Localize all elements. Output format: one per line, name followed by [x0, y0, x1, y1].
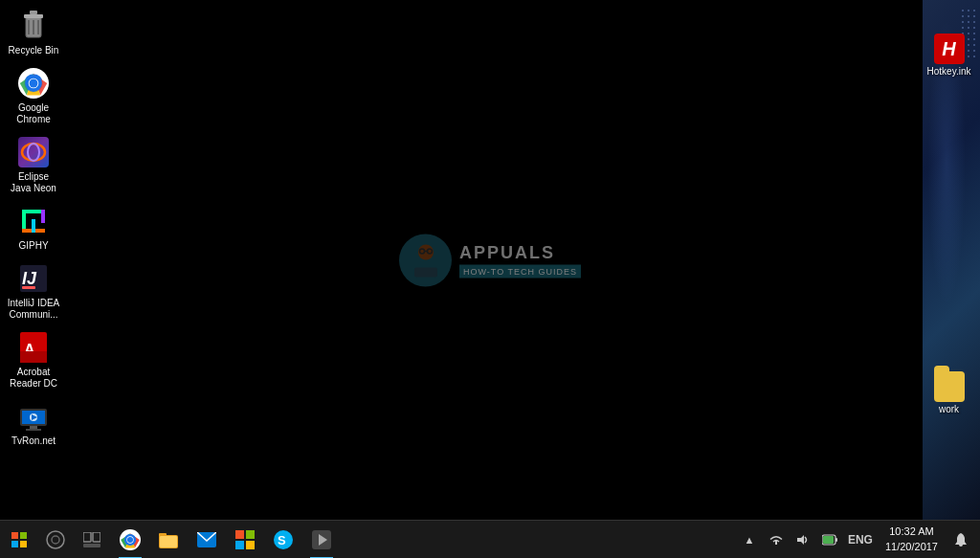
svg-rect-65	[823, 536, 834, 544]
desktop: H Hotkey.ink work Recycle Bin	[0, 0, 980, 520]
hotkey-ink-label: Hotkey.ink	[927, 66, 971, 78]
svg-text:S: S	[278, 533, 286, 547]
taskbar-icon-store[interactable]	[226, 521, 264, 559]
svg-rect-37	[11, 532, 18, 539]
clock-time: 10:32 AM	[889, 525, 933, 539]
taskbar-icon-gyroflow[interactable]	[302, 521, 341, 559]
desktop-icon-eclipse-java[interactable]: Eclipse Java Neon	[3, 131, 64, 198]
desktop-icon-intellij-idea[interactable]: IJ IntelliJ IDEA Communi...	[3, 257, 64, 324]
giphy-label: GIPHY	[18, 240, 48, 252]
svg-rect-56	[235, 541, 244, 549]
svg-rect-16	[41, 210, 45, 223]
start-button[interactable]	[0, 521, 38, 559]
svg-point-12	[28, 144, 39, 161]
svg-point-42	[52, 536, 59, 544]
google-chrome-label: Google Chrome	[7, 102, 60, 125]
google-chrome-icon	[16, 66, 51, 100]
task-view-button[interactable]	[73, 521, 111, 559]
svg-rect-57	[246, 541, 255, 549]
tray-battery-icon[interactable]	[816, 521, 843, 559]
svg-rect-18	[32, 219, 35, 233]
recycle-bin-icon	[16, 9, 51, 43]
svg-rect-1	[24, 14, 43, 18]
desktop-icon-acrobat[interactable]: A Acrobat Reader DC	[3, 326, 64, 393]
acrobat-icon: A	[16, 330, 51, 365]
svg-rect-54	[235, 530, 244, 539]
appuals-watermark: APPUALS HOW-TO TECH GUIDES	[399, 234, 581, 286]
acrobat-label: Acrobat Reader DC	[7, 367, 60, 390]
svg-rect-38	[20, 532, 27, 539]
eclipse-java-label: Eclipse Java Neon	[7, 171, 60, 194]
taskbar-icon-chrome[interactable]	[111, 521, 149, 559]
language-label: ENG	[848, 533, 873, 547]
watermark-icon	[399, 234, 452, 286]
tray-network-icon[interactable]	[763, 521, 790, 559]
eclipse-java-icon	[16, 135, 51, 169]
giphy-icon	[16, 204, 51, 238]
hotkey-icon: H	[934, 33, 965, 64]
svg-point-11	[22, 144, 45, 161]
svg-rect-43	[83, 532, 91, 542]
tvron-icon	[16, 399, 51, 434]
clock-date: 11/20/2017	[885, 540, 938, 554]
desktop-icon-giphy[interactable]: GIPHY	[3, 200, 64, 256]
svg-rect-28	[30, 426, 37, 429]
desktop-icon-hotkey-ink[interactable]: H Hotkey.ink	[923, 33, 975, 78]
intellij-idea-label: IntelliJ IDEA Communi...	[7, 298, 60, 321]
taskbar-icon-explorer[interactable]	[149, 521, 188, 559]
tray-language-indicator[interactable]: ENG	[843, 521, 878, 559]
watermark-title: APPUALS	[459, 242, 581, 262]
svg-rect-44	[93, 532, 100, 542]
svg-rect-36	[413, 268, 436, 278]
cortana-button[interactable]	[38, 521, 73, 559]
tray-hidden-icons-button[interactable]: ▲	[736, 521, 763, 559]
taskbar-icon-mail[interactable]	[188, 521, 226, 559]
desktop-left-icons: Recycle Bin Google Chrome	[0, 0, 67, 520]
svg-point-10	[30, 79, 38, 88]
taskbar-icon-skype[interactable]: S	[264, 521, 302, 559]
svg-rect-39	[11, 541, 18, 547]
intellij-idea-icon: IJ	[16, 261, 51, 296]
svg-rect-22	[22, 286, 35, 289]
recycle-bin-label: Recycle Bin	[9, 45, 59, 56]
work-folder-label: work	[939, 404, 959, 415]
system-tray: ▲ ENG	[736, 521, 980, 559]
svg-rect-45	[83, 544, 100, 547]
notification-button[interactable]	[946, 521, 976, 559]
desktop-icon-work-folder[interactable]: work	[923, 371, 975, 415]
desktop-icon-google-chrome[interactable]: Google Chrome	[3, 62, 64, 129]
svg-point-41	[47, 531, 64, 548]
wallpaper-strip	[923, 0, 980, 520]
svg-text:IJ: IJ	[22, 269, 37, 288]
watermark-subtitle: HOW-TO TECH GUIDES	[459, 264, 581, 278]
desktop-icon-tvron[interactable]: TvRon.net	[3, 395, 64, 451]
svg-rect-52	[160, 536, 177, 547]
tray-volume-icon[interactable]	[790, 521, 816, 559]
desktop-icon-recycle-bin[interactable]: Recycle Bin	[3, 5, 64, 60]
watermark-text: APPUALS HOW-TO TECH GUIDES	[459, 242, 581, 278]
svg-point-49	[127, 536, 133, 542]
system-clock[interactable]: 10:32 AM 11/20/2017	[878, 521, 946, 559]
svg-rect-40	[20, 541, 27, 547]
svg-rect-2	[30, 11, 37, 14]
svg-marker-62	[797, 535, 804, 545]
svg-rect-25	[20, 351, 47, 363]
tvron-label: TvRon.net	[11, 435, 56, 447]
svg-rect-29	[26, 429, 41, 431]
taskbar: S ▲	[0, 520, 980, 558]
svg-rect-55	[246, 530, 255, 539]
svg-rect-64	[835, 538, 837, 542]
work-folder-icon	[934, 371, 965, 402]
